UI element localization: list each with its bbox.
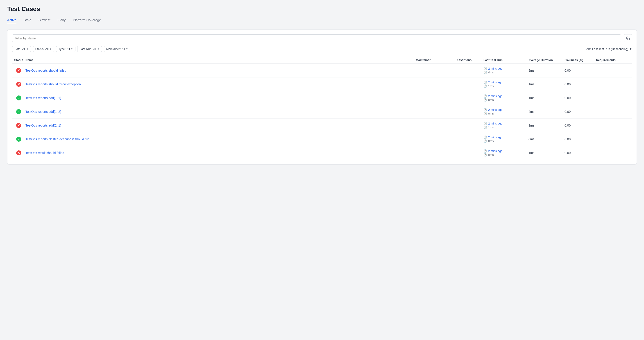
last-run-time-value: 2 mins ago	[488, 108, 502, 112]
tab-flaky[interactable]: Flaky	[58, 16, 66, 24]
table-row: ✕ TestOps reports should failed 🕐 2 mins…	[12, 64, 632, 78]
last-run-cell: 🕐 2 mins ago 🕐 1ms	[484, 122, 528, 129]
test-name-cell: TestOps reports should failed	[26, 69, 416, 72]
last-run-duration-value: 1ms	[488, 126, 494, 129]
pass-icon: ✓	[16, 109, 21, 114]
table-body: ✕ TestOps reports should failed 🕐 2 mins…	[12, 64, 632, 160]
last-run-chevron-icon: ▼	[97, 48, 100, 50]
test-name-cell: TestOps result should failed	[26, 151, 416, 155]
last-run-duration-value: 0ms	[488, 98, 494, 102]
maintainer-filter[interactable]: Maintainer: All ▼	[104, 46, 130, 52]
clock-icon: 🕐	[484, 71, 487, 74]
sort-select[interactable]: Last Test Run (Descending) ▼	[592, 47, 632, 51]
table-row: ✓ TestOps reports Nested describe it sho…	[12, 132, 632, 146]
calendar-icon: 🕐	[484, 108, 487, 112]
clock-icon: 🕐	[484, 98, 487, 102]
last-run-duration: 🕐 0ms	[484, 112, 528, 115]
svg-rect-0	[628, 38, 630, 40]
col-header-average-duration: Average Duration	[528, 58, 564, 62]
last-run-filter-value: All	[93, 47, 96, 51]
pass-icon: ✓	[16, 137, 21, 142]
content-card: Path: All ▼ Status: All ▼ Type: All ▼ La…	[7, 30, 637, 164]
fail-icon: ✕	[16, 68, 21, 73]
avg-duration-cell: 1ms	[528, 96, 564, 100]
test-name-link[interactable]: TestOps reports add(1, 2)	[26, 110, 61, 114]
flakiness-cell: 0.00	[564, 96, 596, 100]
last-run-filter[interactable]: Last Run: All ▼	[77, 46, 102, 52]
tab-stale[interactable]: Stale	[24, 16, 31, 24]
page-container: Test Cases Active Stale Slowest Flaky Pl…	[0, 0, 644, 340]
table-row: ✕ TestOps reports add(2, 1) 🕐 2 mins ago…	[12, 119, 632, 132]
page-title: Test Cases	[7, 6, 637, 12]
col-header-requirements: Requirements	[596, 58, 632, 62]
clock-icon: 🕐	[484, 84, 487, 88]
status-chevron-icon: ▼	[50, 48, 52, 50]
last-run-time-value: 2 mins ago	[488, 94, 502, 98]
last-run-time: 🕐 2 mins ago	[484, 149, 528, 153]
last-run-cell: 🕐 2 mins ago 🕐 4ms	[484, 67, 528, 74]
col-header-name: Name	[26, 58, 416, 62]
last-run-cell: 🕐 2 mins ago 🕐 1ms	[484, 80, 528, 88]
maintainer-filter-label: Maintainer:	[106, 47, 121, 51]
last-run-duration: 🕐 0ms	[484, 98, 528, 102]
col-header-maintainer: Maintainer	[416, 58, 456, 62]
last-run-duration: 🕐 4ms	[484, 71, 528, 74]
calendar-icon: 🕐	[484, 122, 487, 125]
path-filter[interactable]: Path: All ▼	[12, 46, 31, 52]
path-filter-value: All	[22, 47, 25, 51]
last-run-time-value: 2 mins ago	[488, 80, 502, 84]
sort-value: Last Test Run (Descending)	[592, 47, 628, 51]
clock-icon: 🕐	[484, 140, 487, 143]
table-row: ✕ TestOps result should failed 🕐 2 mins …	[12, 146, 632, 160]
test-name-link[interactable]: TestOps reports should failed	[26, 69, 66, 72]
test-name-link[interactable]: TestOps reports add(1, 1)	[26, 96, 61, 100]
test-name-link[interactable]: TestOps reports add(2, 1)	[26, 124, 61, 127]
calendar-icon: 🕐	[484, 149, 487, 153]
last-run-cell: 🕐 2 mins ago 🕐 0ms	[484, 94, 528, 102]
test-name-cell: TestOps reports add(1, 2)	[26, 110, 416, 114]
last-run-filter-label: Last Run:	[80, 47, 92, 51]
last-run-duration-value: 0ms	[488, 112, 494, 115]
col-header-last-test-run: Last Test Run	[484, 58, 528, 62]
last-run-time: 🕐 2 mins ago	[484, 94, 528, 98]
calendar-icon: 🕐	[484, 136, 487, 139]
status-filter-value: All	[45, 47, 48, 51]
clock-icon: 🕐	[484, 153, 487, 156]
avg-duration-cell: 1ms	[528, 151, 564, 155]
tab-active[interactable]: Active	[7, 16, 16, 24]
clock-icon: 🕐	[484, 112, 487, 115]
status-filter[interactable]: Status: All ▼	[33, 46, 54, 52]
avg-duration-cell: 0ms	[528, 137, 564, 141]
path-chevron-icon: ▼	[26, 48, 28, 50]
last-run-duration-value: 0ms	[488, 153, 494, 156]
copy-button[interactable]	[624, 34, 632, 42]
search-row	[12, 34, 632, 42]
sort-label: Sort:	[584, 47, 591, 51]
col-header-status: Status	[12, 58, 26, 62]
tab-platform-coverage[interactable]: Platform Coverage	[73, 16, 101, 24]
last-run-duration: 🕐 1ms	[484, 84, 528, 88]
last-run-time: 🕐 2 mins ago	[484, 80, 528, 84]
table-row: ✕ TestOps reports should throw exception…	[12, 78, 632, 91]
type-filter[interactable]: Type: All ▼	[56, 46, 76, 52]
last-run-time-value: 2 mins ago	[488, 136, 502, 139]
test-name-link[interactable]: TestOps reports Nested describe it shoul…	[26, 137, 90, 141]
test-name-link[interactable]: TestOps result should failed	[26, 151, 64, 155]
last-run-time: 🕐 2 mins ago	[484, 67, 528, 70]
last-run-time-value: 2 mins ago	[488, 122, 502, 125]
status-cell: ✓	[12, 137, 26, 142]
last-run-duration: 🕐 0ms	[484, 153, 528, 156]
last-run-time: 🕐 2 mins ago	[484, 108, 528, 112]
type-filter-value: All	[66, 47, 70, 51]
avg-duration-cell: 2ms	[528, 110, 564, 114]
test-name-link[interactable]: TestOps reports should throw exception	[26, 82, 81, 86]
tab-slowest[interactable]: Slowest	[38, 16, 50, 24]
test-name-cell: TestOps reports should throw exception	[26, 82, 416, 86]
tab-bar: Active Stale Slowest Flaky Platform Cove…	[7, 16, 637, 24]
status-cell: ✓	[12, 96, 26, 100]
search-input[interactable]	[12, 34, 621, 42]
calendar-icon: 🕐	[484, 94, 487, 98]
status-cell: ✓	[12, 109, 26, 114]
last-run-time: 🕐 2 mins ago	[484, 136, 528, 139]
test-name-cell: TestOps reports add(2, 1)	[26, 124, 416, 127]
